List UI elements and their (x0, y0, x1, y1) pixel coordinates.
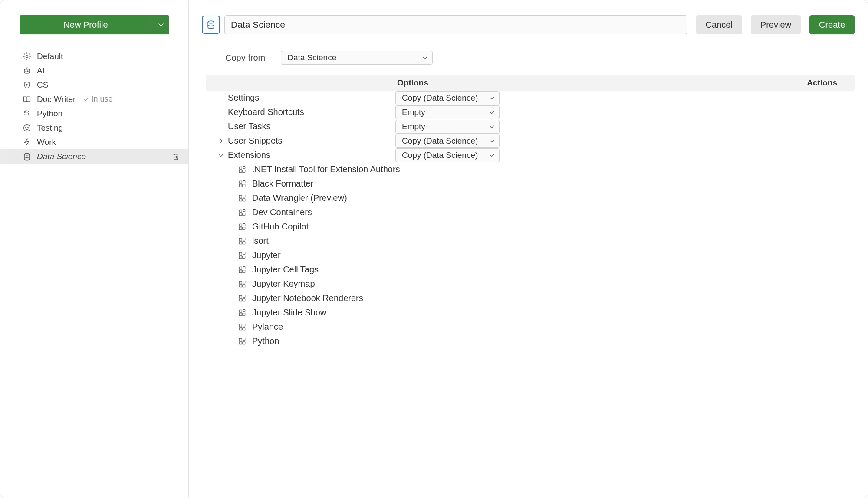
extensions-icon (238, 295, 247, 302)
sidebar-item-cs[interactable]: CS (0, 78, 188, 92)
svg-point-9 (24, 153, 30, 155)
config-row-tasks: User TasksEmpty (206, 119, 855, 134)
svg-point-6 (24, 124, 30, 131)
new-profile-button[interactable]: New Profile (20, 15, 152, 34)
main-pane: Cancel Preview Create Copy from Data Sci… (189, 0, 868, 498)
svg-rect-34 (243, 238, 245, 240)
svg-rect-31 (239, 238, 242, 241)
snippets-option-select[interactable]: Copy (Data Science) (395, 134, 500, 148)
config-row-option: Copy (Data Science) (395, 148, 500, 162)
svg-rect-37 (243, 256, 245, 258)
chevron-down-icon (489, 95, 495, 101)
svg-rect-54 (243, 309, 245, 311)
keyboard-option-select[interactable]: Empty (395, 105, 500, 119)
config-row-option: Copy (Data Science) (395, 134, 500, 148)
extension-row[interactable]: Dev Containers (206, 205, 855, 220)
svg-rect-39 (239, 267, 242, 269)
preview-button[interactable]: Preview (751, 15, 801, 34)
svg-rect-13 (243, 170, 245, 172)
settings-option-select[interactable]: Copy (Data Science) (395, 91, 500, 105)
profile-icon-picker[interactable] (202, 16, 220, 34)
config-row-label[interactable]: Extensions (227, 150, 395, 160)
tasks-option-select[interactable]: Empty (395, 120, 500, 134)
config-row-label: Keyboard Shortcuts (227, 107, 395, 117)
extension-row[interactable]: Jupyter (206, 248, 855, 262)
copy-from-row: Copy from Data Science (225, 51, 855, 65)
col-actions-header: Actions (571, 78, 855, 88)
sidebar-item-data-science[interactable]: Data Science (0, 149, 188, 164)
svg-rect-12 (239, 170, 242, 172)
svg-point-5 (26, 111, 26, 111)
chevron-down-icon (489, 152, 495, 158)
extension-row[interactable]: Jupyter Keymap (206, 277, 855, 291)
config-row-keyboard: Keyboard ShortcutsEmpty (206, 105, 855, 119)
svg-rect-21 (243, 198, 245, 201)
extension-name: Pylance (252, 322, 283, 332)
svg-rect-53 (243, 313, 245, 315)
in-use-badge: In use (83, 95, 112, 104)
new-profile-dropdown-button[interactable] (152, 15, 169, 34)
delete-profile-button[interactable] (172, 153, 180, 161)
copy-from-select[interactable]: Data Science (281, 51, 433, 65)
profile-name-input[interactable] (224, 15, 687, 34)
sidebar-item-ai[interactable]: AI (0, 63, 188, 78)
select-value: Copy (Data Science) (402, 136, 478, 146)
svg-point-10 (208, 21, 214, 23)
cancel-button[interactable]: Cancel (696, 15, 742, 34)
extension-row[interactable]: Jupyter Cell Tags (206, 262, 855, 277)
svg-rect-59 (239, 338, 242, 341)
sidebar-item-python[interactable]: Python (0, 106, 188, 121)
extensions-icon (238, 323, 247, 331)
svg-rect-45 (243, 284, 245, 287)
svg-rect-57 (243, 327, 245, 330)
svg-point-3 (27, 70, 28, 71)
extension-row[interactable]: .NET Install Tool for Extension Authors (206, 162, 855, 177)
config-row-settings: SettingsCopy (Data Science) (206, 91, 855, 105)
extension-row[interactable]: Data Wrangler (Preview) (206, 191, 855, 205)
svg-rect-55 (239, 324, 242, 327)
select-value: Empty (402, 122, 425, 131)
extension-row[interactable]: Black Formatter (206, 177, 855, 191)
extension-row[interactable]: Pylance (206, 320, 855, 334)
svg-rect-50 (243, 295, 245, 297)
svg-rect-17 (243, 184, 245, 187)
select-value: Copy (Data Science) (402, 93, 478, 103)
sidebar-item-work[interactable]: Work (0, 135, 188, 149)
config-row-label: Settings (227, 93, 395, 103)
extension-row[interactable]: GitHub Copilot (206, 220, 855, 234)
extension-row[interactable]: Python (206, 334, 855, 348)
svg-rect-30 (243, 223, 245, 226)
svg-rect-42 (243, 266, 245, 269)
sidebar-item-doc-writer[interactable]: Doc WriterIn use (0, 92, 188, 106)
config-row-label[interactable]: User Snippets (227, 136, 395, 146)
chevron-right-icon[interactable] (215, 138, 227, 144)
extension-row[interactable]: isort (206, 234, 855, 248)
extension-row[interactable]: Jupyter Notebook Renderers (206, 291, 855, 305)
svg-rect-46 (243, 281, 245, 283)
extensions-icon (238, 166, 247, 174)
svg-rect-38 (243, 252, 245, 254)
extensions-icon (238, 309, 247, 317)
extensions-icon (238, 280, 247, 288)
extension-name: Black Formatter (252, 179, 313, 189)
svg-rect-48 (239, 298, 242, 301)
svg-rect-29 (243, 227, 245, 229)
database-icon (22, 152, 32, 161)
extensions-option-select[interactable]: Copy (Data Science) (395, 148, 500, 162)
sidebar-item-default[interactable]: Default (0, 49, 188, 63)
extensions-icon (238, 194, 247, 202)
create-button[interactable]: Create (809, 15, 855, 34)
sidebar-item-label: Testing (37, 123, 63, 133)
extensions-icon (238, 209, 247, 216)
chevron-down-icon[interactable] (215, 152, 227, 158)
profiles-editor: New Profile DefaultAICSDoc WriterIn useP… (0, 0, 868, 498)
svg-rect-41 (243, 270, 245, 272)
sidebar-item-testing[interactable]: Testing (0, 121, 188, 135)
extension-name: Dev Containers (252, 207, 312, 217)
copy-from-value: Data Science (287, 53, 336, 62)
svg-rect-62 (243, 338, 245, 340)
extension-row[interactable]: Jupyter Slide Show (206, 305, 855, 320)
sidebar-item-label: AI (37, 66, 45, 75)
extensions-icon (238, 180, 247, 188)
svg-rect-19 (239, 195, 242, 198)
